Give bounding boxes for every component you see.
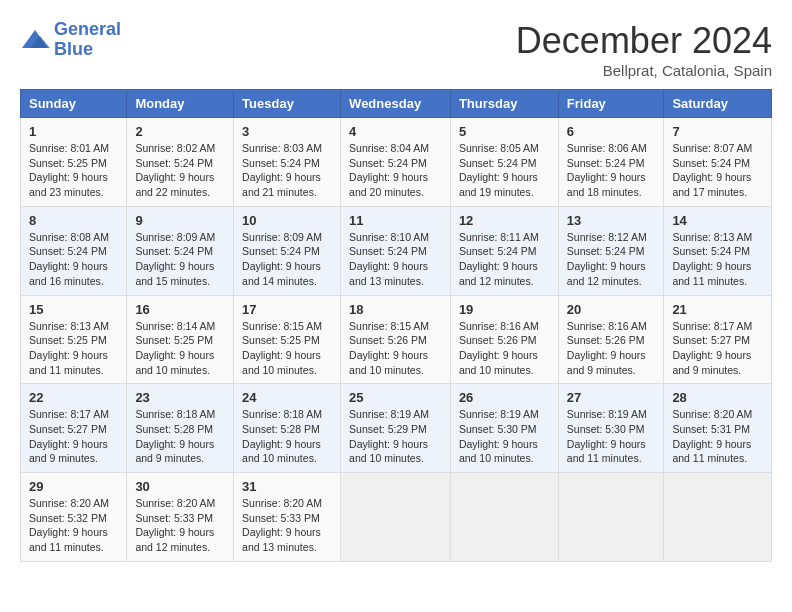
day-number: 18 [349, 302, 442, 317]
day-number: 2 [135, 124, 225, 139]
day-info: Sunrise: 8:15 AMSunset: 5:25 PMDaylight:… [242, 319, 332, 378]
day-info: Sunrise: 8:19 AMSunset: 5:30 PMDaylight:… [459, 407, 550, 466]
day-number: 24 [242, 390, 332, 405]
day-info: Sunrise: 8:19 AMSunset: 5:29 PMDaylight:… [349, 407, 442, 466]
calendar-cell: 31Sunrise: 8:20 AMSunset: 5:33 PMDayligh… [234, 473, 341, 562]
day-info: Sunrise: 8:04 AMSunset: 5:24 PMDaylight:… [349, 141, 442, 200]
day-info: Sunrise: 8:17 AMSunset: 5:27 PMDaylight:… [29, 407, 118, 466]
day-info: Sunrise: 8:09 AMSunset: 5:24 PMDaylight:… [135, 230, 225, 289]
day-number: 4 [349, 124, 442, 139]
calendar-cell [450, 473, 558, 562]
col-thursday: Thursday [450, 90, 558, 118]
day-info: Sunrise: 8:05 AMSunset: 5:24 PMDaylight:… [459, 141, 550, 200]
col-sunday: Sunday [21, 90, 127, 118]
day-info: Sunrise: 8:13 AMSunset: 5:24 PMDaylight:… [672, 230, 763, 289]
page-header: GeneralBlue December 2024 Bellprat, Cata… [20, 20, 772, 79]
calendar-cell: 3Sunrise: 8:03 AMSunset: 5:24 PMDaylight… [234, 118, 341, 207]
day-info: Sunrise: 8:11 AMSunset: 5:24 PMDaylight:… [459, 230, 550, 289]
day-info: Sunrise: 8:06 AMSunset: 5:24 PMDaylight:… [567, 141, 656, 200]
calendar-cell: 5Sunrise: 8:05 AMSunset: 5:24 PMDaylight… [450, 118, 558, 207]
day-info: Sunrise: 8:20 AMSunset: 5:33 PMDaylight:… [242, 496, 332, 555]
day-number: 20 [567, 302, 656, 317]
calendar-cell: 6Sunrise: 8:06 AMSunset: 5:24 PMDaylight… [558, 118, 664, 207]
day-number: 22 [29, 390, 118, 405]
day-info: Sunrise: 8:18 AMSunset: 5:28 PMDaylight:… [242, 407, 332, 466]
day-info: Sunrise: 8:16 AMSunset: 5:26 PMDaylight:… [459, 319, 550, 378]
calendar-cell [558, 473, 664, 562]
col-friday: Friday [558, 90, 664, 118]
col-wednesday: Wednesday [341, 90, 451, 118]
day-info: Sunrise: 8:17 AMSunset: 5:27 PMDaylight:… [672, 319, 763, 378]
day-number: 17 [242, 302, 332, 317]
calendar-cell: 20Sunrise: 8:16 AMSunset: 5:26 PMDayligh… [558, 295, 664, 384]
day-number: 1 [29, 124, 118, 139]
day-info: Sunrise: 8:10 AMSunset: 5:24 PMDaylight:… [349, 230, 442, 289]
calendar-cell: 9Sunrise: 8:09 AMSunset: 5:24 PMDaylight… [127, 206, 234, 295]
day-number: 10 [242, 213, 332, 228]
day-number: 11 [349, 213, 442, 228]
calendar-cell: 18Sunrise: 8:15 AMSunset: 5:26 PMDayligh… [341, 295, 451, 384]
logo-text: GeneralBlue [54, 20, 121, 60]
calendar-cell: 25Sunrise: 8:19 AMSunset: 5:29 PMDayligh… [341, 384, 451, 473]
calendar-row: 8Sunrise: 8:08 AMSunset: 5:24 PMDaylight… [21, 206, 772, 295]
calendar-cell: 30Sunrise: 8:20 AMSunset: 5:33 PMDayligh… [127, 473, 234, 562]
calendar-cell: 12Sunrise: 8:11 AMSunset: 5:24 PMDayligh… [450, 206, 558, 295]
col-monday: Monday [127, 90, 234, 118]
calendar-cell: 11Sunrise: 8:10 AMSunset: 5:24 PMDayligh… [341, 206, 451, 295]
calendar-cell: 21Sunrise: 8:17 AMSunset: 5:27 PMDayligh… [664, 295, 772, 384]
day-info: Sunrise: 8:02 AMSunset: 5:24 PMDaylight:… [135, 141, 225, 200]
calendar-row: 15Sunrise: 8:13 AMSunset: 5:25 PMDayligh… [21, 295, 772, 384]
day-number: 13 [567, 213, 656, 228]
calendar-cell: 28Sunrise: 8:20 AMSunset: 5:31 PMDayligh… [664, 384, 772, 473]
calendar-cell: 19Sunrise: 8:16 AMSunset: 5:26 PMDayligh… [450, 295, 558, 384]
logo: GeneralBlue [20, 20, 121, 60]
day-number: 3 [242, 124, 332, 139]
day-info: Sunrise: 8:08 AMSunset: 5:24 PMDaylight:… [29, 230, 118, 289]
calendar-cell: 1Sunrise: 8:01 AMSunset: 5:25 PMDaylight… [21, 118, 127, 207]
month-title: December 2024 [516, 20, 772, 62]
col-tuesday: Tuesday [234, 90, 341, 118]
day-number: 19 [459, 302, 550, 317]
col-saturday: Saturday [664, 90, 772, 118]
calendar-cell: 16Sunrise: 8:14 AMSunset: 5:25 PMDayligh… [127, 295, 234, 384]
calendar-cell: 15Sunrise: 8:13 AMSunset: 5:25 PMDayligh… [21, 295, 127, 384]
day-info: Sunrise: 8:15 AMSunset: 5:26 PMDaylight:… [349, 319, 442, 378]
calendar-cell: 13Sunrise: 8:12 AMSunset: 5:24 PMDayligh… [558, 206, 664, 295]
day-number: 28 [672, 390, 763, 405]
day-number: 12 [459, 213, 550, 228]
calendar-cell: 22Sunrise: 8:17 AMSunset: 5:27 PMDayligh… [21, 384, 127, 473]
day-info: Sunrise: 8:13 AMSunset: 5:25 PMDaylight:… [29, 319, 118, 378]
calendar-cell: 26Sunrise: 8:19 AMSunset: 5:30 PMDayligh… [450, 384, 558, 473]
day-number: 15 [29, 302, 118, 317]
day-number: 30 [135, 479, 225, 494]
calendar-cell [341, 473, 451, 562]
logo-icon [20, 28, 50, 52]
day-info: Sunrise: 8:07 AMSunset: 5:24 PMDaylight:… [672, 141, 763, 200]
day-number: 5 [459, 124, 550, 139]
day-info: Sunrise: 8:01 AMSunset: 5:25 PMDaylight:… [29, 141, 118, 200]
day-number: 25 [349, 390, 442, 405]
day-number: 23 [135, 390, 225, 405]
day-number: 21 [672, 302, 763, 317]
calendar-cell: 8Sunrise: 8:08 AMSunset: 5:24 PMDaylight… [21, 206, 127, 295]
day-number: 8 [29, 213, 118, 228]
calendar-row: 22Sunrise: 8:17 AMSunset: 5:27 PMDayligh… [21, 384, 772, 473]
day-info: Sunrise: 8:14 AMSunset: 5:25 PMDaylight:… [135, 319, 225, 378]
day-number: 29 [29, 479, 118, 494]
day-number: 26 [459, 390, 550, 405]
day-info: Sunrise: 8:19 AMSunset: 5:30 PMDaylight:… [567, 407, 656, 466]
location: Bellprat, Catalonia, Spain [516, 62, 772, 79]
day-info: Sunrise: 8:12 AMSunset: 5:24 PMDaylight:… [567, 230, 656, 289]
day-number: 9 [135, 213, 225, 228]
day-info: Sunrise: 8:20 AMSunset: 5:31 PMDaylight:… [672, 407, 763, 466]
day-info: Sunrise: 8:18 AMSunset: 5:28 PMDaylight:… [135, 407, 225, 466]
calendar-cell: 14Sunrise: 8:13 AMSunset: 5:24 PMDayligh… [664, 206, 772, 295]
day-number: 14 [672, 213, 763, 228]
calendar-cell: 17Sunrise: 8:15 AMSunset: 5:25 PMDayligh… [234, 295, 341, 384]
title-block: December 2024 Bellprat, Catalonia, Spain [516, 20, 772, 79]
calendar-cell: 2Sunrise: 8:02 AMSunset: 5:24 PMDaylight… [127, 118, 234, 207]
calendar-cell: 24Sunrise: 8:18 AMSunset: 5:28 PMDayligh… [234, 384, 341, 473]
day-info: Sunrise: 8:03 AMSunset: 5:24 PMDaylight:… [242, 141, 332, 200]
calendar-cell: 27Sunrise: 8:19 AMSunset: 5:30 PMDayligh… [558, 384, 664, 473]
calendar-table: Sunday Monday Tuesday Wednesday Thursday… [20, 89, 772, 562]
